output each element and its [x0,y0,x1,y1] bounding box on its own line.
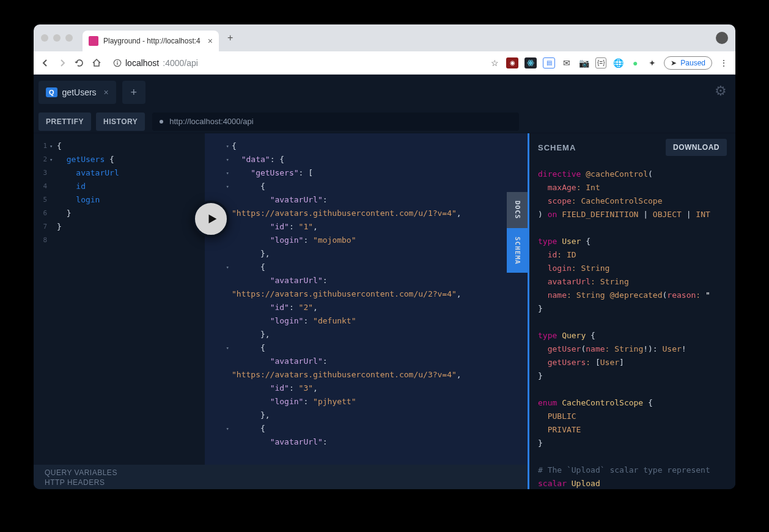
schema-tab[interactable]: SCHEMA [507,228,528,273]
query-tab[interactable]: Q getUsers × [39,81,116,104]
ublock-icon[interactable]: ◉ [506,57,518,68]
browser-titlebar: Playground - http://localhost:4 × + [34,24,735,51]
playground-toolbar: PRETTIFY HISTORY http://localhost:4000/a… [34,110,735,133]
endpoint-input[interactable]: http://localhost:4000/api [152,113,519,131]
back-button[interactable] [40,57,51,68]
browser-tab[interactable]: Playground - http://localhost:4 × [83,31,219,51]
graphql-playground: Q getUsers × + ⚙ PRETTIFY HISTORY http:/… [34,75,735,489]
traffic-lights [41,34,73,42]
svg-point-3 [530,62,532,64]
rocket-icon: ➤ [671,59,677,67]
maximize-window-icon[interactable] [65,34,73,42]
minimize-window-icon[interactable] [53,34,61,42]
tab-title: Playground - http://localhost:4 [103,37,201,45]
run-query-button[interactable] [193,201,229,237]
url-path: :4000/api [163,58,198,68]
result-viewer[interactable]: ▾{▾ "data": {▾ "getUsers": [▾ { "avatarU… [205,133,528,489]
add-query-tab-button[interactable]: + [122,81,145,104]
playground-main: 1▾{2▾ getUsers {3 avatarUrl4 id5 login6 … [34,133,735,489]
schema-content[interactable]: directive @cacheControl( maxAge: Int sco… [529,161,735,489]
url-input[interactable]: localhost:4000/api [108,54,483,72]
new-tab-button[interactable]: + [224,31,237,45]
query-editor[interactable]: 1▾{2▾ getUsers {3 avatarUrl4 id5 login6 … [34,133,205,489]
history-button[interactable]: HISTORY [96,113,145,131]
close-query-tab-icon[interactable]: × [104,87,109,97]
svg-rect-1 [117,62,117,64]
browser-window: Playground - http://localhost:4 × + loca… [34,24,735,489]
query-variables-toggle[interactable]: QUERY VARIABLES [45,468,517,478]
extension-icon-3[interactable]: {=} [595,57,606,68]
schema-panel: SCHEMA DOWNLOAD directive @cacheControl(… [528,133,735,489]
browser-address-bar: localhost:4000/api ☆ ◉ ▤ ✉ 📷 {=} 🌐 ● ✦ ➤… [34,51,735,75]
endpoint-url: http://localhost:4000/api [169,117,253,126]
reload-button[interactable] [74,57,85,68]
extension-icon-2[interactable]: ✉ [561,57,572,68]
extensions-menu-icon[interactable]: ✦ [647,57,658,68]
extension-icon-4[interactable]: 🌐 [613,57,624,68]
bottom-panel[interactable]: QUERY VARIABLES HTTP HEADERS [34,465,528,489]
home-button[interactable] [91,57,102,68]
svg-rect-2 [117,61,117,61]
close-window-icon[interactable] [41,34,48,42]
settings-gear-icon[interactable]: ⚙ [715,83,727,99]
address-bar-icons: ☆ ◉ ▤ ✉ 📷 {=} 🌐 ● ✦ ➤ Paused ⋮ [489,56,729,70]
forward-button[interactable] [57,57,68,68]
http-headers-toggle[interactable]: HTTP HEADERS [45,478,517,488]
docs-tab[interactable]: DOCS [507,192,528,228]
side-tabs: DOCS SCHEMA [507,192,528,273]
paused-label: Paused [680,59,705,67]
paused-indicator[interactable]: ➤ Paused [664,56,712,70]
schema-header: SCHEMA DOWNLOAD [529,133,735,161]
prettify-button[interactable]: PRETTIFY [39,113,91,131]
endpoint-status-dot [160,120,163,124]
download-button[interactable]: DOWNLOAD [666,139,727,156]
query-tab-label: getUsers [62,87,97,97]
tab-favicon [89,36,98,46]
extension-icon-5[interactable]: ● [630,57,641,68]
react-devtools-icon[interactable] [524,57,537,68]
extension-icon-1[interactable]: ▤ [543,57,555,68]
playground-tabs: Q getUsers × + ⚙ [34,75,735,110]
close-tab-icon[interactable]: × [208,36,213,46]
bookmark-icon[interactable]: ☆ [489,57,500,68]
profile-icon[interactable] [716,32,728,44]
url-host: localhost [125,58,159,68]
camera-icon[interactable]: 📷 [578,57,589,68]
query-type-badge: Q [46,87,57,97]
browser-menu-icon[interactable]: ⋮ [718,57,729,68]
site-info-icon[interactable] [113,59,122,67]
schema-title: SCHEMA [538,143,576,152]
